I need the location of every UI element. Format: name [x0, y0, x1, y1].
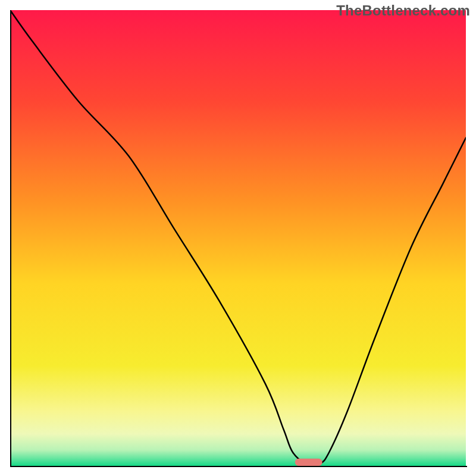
bottleneck-chart: TheBottleneck.com	[0, 0, 476, 476]
watermark-label: TheBottleneck.com	[336, 2, 470, 19]
plot-area	[10, 10, 466, 466]
y-axis	[10, 10, 11, 467]
optimal-point-marker	[295, 459, 322, 466]
plot-svg	[10, 10, 466, 466]
plot-background	[10, 10, 466, 466]
x-axis	[10, 466, 467, 467]
